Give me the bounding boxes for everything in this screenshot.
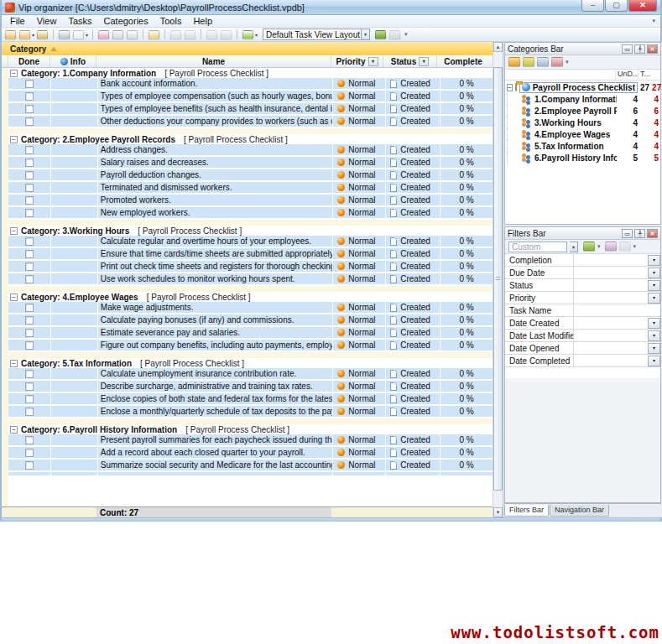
group-header-row[interactable]: −Category: 5.Tax Information[ Payroll Pr… [2, 358, 493, 368]
task-row[interactable]: Describe surcharge, administrative and t… [2, 381, 493, 393]
task-row[interactable]: Promoted workers.NormalCreated0 % [2, 195, 493, 207]
done-checkbox[interactable] [25, 105, 34, 113]
categories-toolbar-dropdown[interactable]: ▾ [566, 59, 571, 65]
layout-combo[interactable]: Default Task View Layout ▾ [263, 29, 370, 40]
filter-dropdown-icon[interactable]: ▾ [648, 293, 660, 304]
done-checkbox[interactable] [25, 370, 34, 378]
filter-value[interactable] [574, 330, 648, 341]
scroll-down-icon[interactable]: ▼ [493, 507, 503, 517]
save-database-icon[interactable] [36, 29, 49, 40]
group-header-row[interactable]: −Category: 4.Employee Wages[ Payroll Pro… [2, 292, 493, 302]
new-category-icon[interactable] [508, 57, 520, 67]
filters-pin-icon[interactable]: ╀ [634, 229, 645, 238]
new-task-icon[interactable] [97, 29, 110, 40]
done-checkbox[interactable] [25, 382, 34, 391]
task-row[interactable]: Present payroll summaries for each paych… [2, 434, 493, 447]
task-row[interactable]: Calculate paying bonuses (if any) and co… [2, 314, 493, 327]
collapse-icon[interactable]: − [10, 293, 18, 301]
column-header-complete[interactable]: Complete [437, 55, 489, 67]
filter-value[interactable] [574, 304, 660, 316]
filter-dropdown-icon[interactable]: ▾ [648, 356, 660, 366]
filter-dropdown-icon[interactable]: ▾ [648, 255, 660, 266]
task-row[interactable]: Types of employee benefits (such as heal… [2, 103, 493, 116]
done-checkbox[interactable] [25, 275, 34, 283]
collapse-icon[interactable]: − [10, 426, 18, 434]
done-checkbox[interactable] [25, 80, 34, 88]
task-row[interactable]: Payroll deduction changes.NormalCreated0… [2, 169, 493, 182]
done-checkbox[interactable] [25, 209, 34, 217]
edit-category-icon[interactable] [537, 57, 549, 67]
group-header-row[interactable]: −Category: 1.Company Information[ Payrol… [2, 68, 493, 78]
done-checkbox[interactable] [25, 408, 34, 416]
group-header-row[interactable]: −Category: 6.Payroll History Information… [2, 424, 493, 434]
filter-preset-combo[interactable]: Custom [508, 242, 567, 252]
open-database-icon[interactable] [18, 29, 31, 40]
menu-categories[interactable]: Categories [99, 16, 154, 26]
task-row[interactable]: Summarize social security and Medicare f… [2, 460, 493, 472]
panel-float-icon[interactable]: ▭ [622, 44, 633, 54]
task-row[interactable]: Figure out company benefits, including a… [2, 340, 493, 352]
collapse-icon[interactable]: − [10, 136, 18, 143]
filters-close-icon[interactable]: ✕ [647, 229, 658, 238]
task-row[interactable]: Bank account information.NormalCreated0 … [2, 78, 493, 91]
task-row[interactable]: Enclose copies of both state and federal… [2, 393, 493, 406]
task-row[interactable]: Salary raises and decreases.NormalCreate… [2, 157, 493, 169]
task-row[interactable]: Estimate severance pay and salaries.Norm… [2, 327, 493, 340]
print-icon[interactable] [58, 29, 70, 40]
grid-scrollbar[interactable]: ▲ ▼ [493, 42, 503, 517]
tree-category-item[interactable]: 2.Employee Payroll Records66 [505, 105, 660, 117]
customize-layout-icon[interactable] [374, 29, 387, 40]
edit-task-icon[interactable] [112, 29, 124, 40]
filter-value[interactable] [574, 317, 648, 329]
apply-filter-dropdown[interactable]: ▾ [597, 243, 602, 250]
scrollbar-thumb[interactable] [493, 67, 503, 491]
task-row[interactable]: Calculate regular and overtime hours of … [2, 236, 493, 248]
complete-task-icon[interactable] [148, 29, 160, 40]
tab-navigation-bar[interactable]: Navigation Bar [550, 505, 609, 517]
filters-panel-header[interactable]: Filters Bar ▭ ╀ ✕ [505, 227, 660, 240]
column-header-priority[interactable]: Priority ▾ [331, 55, 383, 67]
scroll-up-icon[interactable]: ▲ [493, 42, 503, 52]
scrollbar-track[interactable] [493, 52, 503, 507]
done-checkbox[interactable] [25, 262, 34, 271]
menu-view[interactable]: View [32, 16, 62, 26]
toolbar-overflow-chevron[interactable]: ▾ [404, 31, 409, 38]
done-checkbox[interactable] [25, 196, 34, 205]
menu-tools[interactable]: Tools [155, 16, 187, 26]
layout-combo-dropdown[interactable]: ▾ [362, 29, 370, 40]
close-button[interactable]: ✕ [628, 0, 657, 12]
column-header-name[interactable]: Name [96, 55, 331, 67]
task-row[interactable]: Add a record about each closed quarter t… [2, 447, 493, 460]
task-row[interactable]: Enclose a monthly/quarterly schedule of … [2, 406, 493, 418]
done-checkbox[interactable] [25, 237, 34, 246]
tree-category-item[interactable]: 4.Employee Wages44 [505, 128, 660, 140]
filter-value[interactable] [574, 279, 648, 291]
notifications-icon[interactable] [242, 29, 254, 40]
tree-collapse-icon[interactable]: − [507, 84, 513, 91]
task-row[interactable]: Use work schedules to monitor working ho… [2, 273, 493, 286]
done-checkbox[interactable] [25, 395, 34, 403]
filter-dropdown-icon[interactable]: ▾ [648, 343, 660, 354]
status-filter-dropdown[interactable]: ▾ [419, 57, 429, 66]
filter-value[interactable] [574, 355, 648, 366]
column-header-done[interactable]: Done [8, 55, 50, 67]
titlebar[interactable]: Vip organizer [C:\Users\dmitry\Desktop\P… [2, 0, 660, 15]
group-header-row[interactable]: −Category: 3.Working Hours[ Payroll Proc… [2, 226, 493, 236]
task-row[interactable]: Calculate unemployment insurance contrib… [2, 368, 493, 381]
column-total[interactable]: T... [638, 70, 660, 80]
panel-pin-icon[interactable]: ╀ [634, 44, 645, 54]
categories-panel-header[interactable]: Categories Bar ▭ ╀ ✕ [505, 43, 660, 55]
minimize-button[interactable]: – [581, 0, 604, 12]
collapse-icon[interactable]: − [10, 227, 18, 235]
filter-value[interactable] [574, 342, 648, 354]
tree-category-item[interactable]: 1.Company Information44 [505, 93, 660, 105]
task-row[interactable]: Make wage adjustments.NormalCreated0 % [2, 302, 493, 314]
tree-category-item[interactable]: 3.Working Hours44 [505, 117, 660, 128]
filter-dropdown-icon[interactable]: ▾ [648, 330, 660, 341]
filter-value[interactable] [574, 254, 648, 266]
collapse-icon[interactable]: − [10, 360, 18, 367]
task-row[interactable]: Ensure that time cards/time sheets are s… [2, 248, 493, 261]
new-database-icon[interactable] [4, 29, 17, 40]
menu-tasks[interactable]: Tasks [63, 16, 96, 26]
task-row[interactable]: Address changes.NormalCreated0 % [2, 144, 493, 157]
